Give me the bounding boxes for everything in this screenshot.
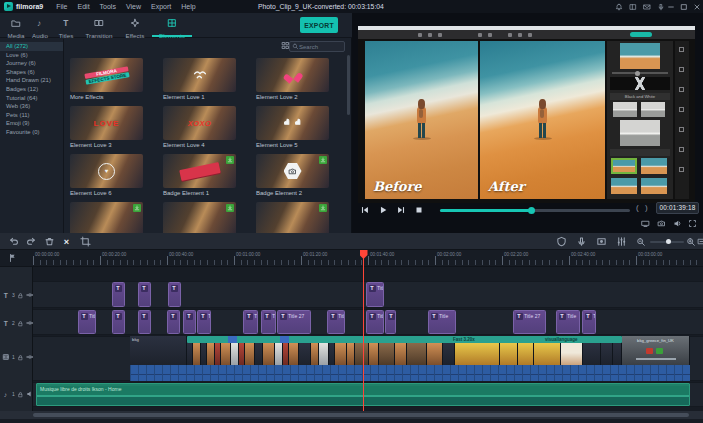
zoom-knob[interactable] (666, 239, 671, 244)
title-clip[interactable]: T (138, 282, 151, 307)
close-icon[interactable] (693, 3, 701, 11)
title-clip[interactable]: TTitle 27 (277, 310, 311, 334)
mic-icon[interactable] (657, 3, 665, 11)
menu-file[interactable]: File (56, 3, 67, 10)
category-hand-drawn[interactable]: Hand Drawn (21) (0, 76, 63, 85)
redo-icon[interactable] (26, 236, 37, 247)
tab-effects[interactable]: Effects (118, 14, 152, 39)
bell-icon[interactable] (615, 3, 623, 11)
fit-icon[interactable] (697, 237, 703, 246)
category-tutorial[interactable]: Tutorial (64) (0, 94, 63, 103)
title-clip[interactable]: T (385, 310, 396, 334)
category-favourite[interactable]: Favourite (0) (0, 128, 63, 137)
tab-audio[interactable]: ♪Audio (28, 14, 52, 39)
title-clip[interactable]: T (167, 310, 180, 334)
video-clip-first[interactable]: bkg (130, 336, 187, 365)
hscroll-handle[interactable] (33, 413, 689, 417)
menu-export[interactable]: Export (151, 3, 171, 10)
title-clip[interactable]: TTitle (366, 310, 384, 334)
video-clip[interactable] (311, 343, 319, 365)
video-clip[interactable] (601, 343, 613, 365)
display-icon[interactable] (641, 219, 650, 228)
title-clip[interactable]: TTi (261, 310, 276, 334)
title-clip[interactable]: T (168, 282, 181, 307)
video-clip[interactable] (231, 343, 239, 365)
video-clip[interactable] (395, 343, 407, 365)
video-clip[interactable] (289, 343, 299, 365)
title-clip[interactable]: TTitle 2 (327, 310, 345, 334)
export-button[interactable]: EXPORT (300, 17, 338, 33)
video-clip[interactable] (369, 343, 379, 365)
crop-icon[interactable] (80, 236, 91, 247)
lock-icon[interactable] (17, 354, 24, 361)
video-clip[interactable] (275, 343, 283, 365)
title-clip[interactable]: T (112, 282, 125, 307)
snapshot-icon[interactable] (657, 219, 666, 228)
video-clip[interactable] (347, 343, 355, 365)
vertical-scrollbar[interactable] (347, 55, 350, 115)
play-button[interactable] (378, 205, 388, 215)
mark-out-icon[interactable]: ) (645, 203, 648, 212)
category-web[interactable]: Web (36) (0, 102, 63, 111)
stop-button[interactable] (414, 205, 424, 215)
zoomin-icon[interactable] (686, 237, 696, 247)
element-thumb[interactable] (256, 202, 329, 236)
video-clip[interactable] (335, 343, 347, 365)
element-thumb-more-effects[interactable]: FILMORAEFFECTS STORE (70, 58, 143, 92)
video-clip[interactable] (245, 343, 255, 365)
title-clip[interactable]: TTitle 27 (513, 310, 546, 334)
element-thumb[interactable] (70, 202, 143, 236)
volume-icon[interactable] (673, 219, 682, 228)
video-clip[interactable] (407, 343, 427, 365)
title-clip[interactable]: TTi (582, 310, 596, 334)
video-clip[interactable] (427, 343, 443, 365)
preview-video[interactable]: Before After Black and White (358, 26, 695, 203)
cut-icon[interactable]: × (62, 236, 73, 247)
layout-icon[interactable] (629, 3, 637, 11)
title-clip[interactable]: TTi (197, 310, 211, 334)
mark-in-icon[interactable]: ( (636, 203, 639, 212)
category-all[interactable]: All (272) (0, 42, 63, 51)
video-clip[interactable] (355, 343, 369, 365)
search-input[interactable] (299, 44, 339, 50)
video-clip[interactable] (583, 343, 601, 365)
video-audio-waveband[interactable] (130, 365, 690, 381)
video-clip[interactable] (299, 343, 311, 365)
tab-media[interactable]: Media (4, 14, 28, 39)
category-emoji[interactable]: Emoji (9) (0, 119, 63, 128)
category-journey[interactable]: Journey (6) (0, 59, 63, 68)
preview-seek-slider[interactable] (440, 209, 630, 212)
video-clip[interactable] (207, 343, 215, 365)
title-clip[interactable]: TTitle (243, 310, 258, 334)
element-thumb-element-love-3[interactable]: LOVE (70, 106, 143, 140)
timeline-ruler[interactable]: 00:00:00:0000:00:20:0000:00:40:0000:01:0… (0, 250, 703, 267)
element-thumb-badge-element-1[interactable] (163, 154, 236, 188)
lock-icon[interactable] (17, 391, 24, 398)
title-clip[interactable]: T (138, 310, 151, 334)
video-clip[interactable] (263, 343, 275, 365)
video-clip[interactable] (193, 343, 201, 365)
element-thumb-element-love-2[interactable] (256, 58, 329, 92)
video-clip[interactable] (613, 343, 622, 365)
video-clip[interactable] (379, 343, 395, 365)
element-thumb-element-love-5[interactable] (256, 106, 329, 140)
video-clip[interactable] (500, 343, 518, 365)
menu-tools[interactable]: Tools (100, 3, 116, 10)
category-pets[interactable]: Pets (11) (0, 111, 63, 120)
voiceover-icon[interactable] (576, 236, 587, 247)
menu-view[interactable]: View (126, 3, 141, 10)
maximize-icon[interactable] (680, 3, 688, 11)
previous-frame-button[interactable] (360, 205, 370, 215)
title-clip[interactable]: TTitle 58 (78, 310, 96, 334)
tab-transition[interactable]: Transition (80, 14, 118, 39)
zoomout-icon[interactable] (636, 237, 646, 247)
marker-icon[interactable] (556, 236, 567, 247)
video-clip[interactable] (255, 343, 263, 365)
video-clip[interactable] (443, 343, 455, 365)
element-thumb-badge-element-2[interactable] (256, 154, 329, 188)
category-love[interactable]: Love (6) (0, 51, 63, 60)
timeline-zoom-slider[interactable] (650, 241, 684, 243)
video-clip[interactable] (561, 343, 583, 365)
fullscreen-icon[interactable] (688, 219, 697, 228)
element-thumb-element-love-6[interactable]: ♥ (70, 154, 143, 188)
